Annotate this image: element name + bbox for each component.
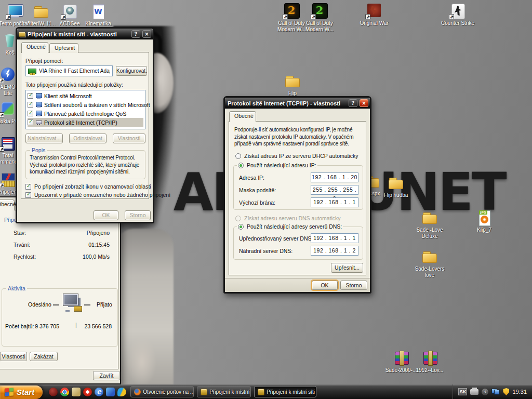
status-value: Připojeno <box>87 230 110 236</box>
titlebar[interactable]: Připojení k místní síti - vlastnosti ? × <box>17 29 153 39</box>
checkbox-checked[interactable] <box>28 119 33 125</box>
status-tab-page: Připojení Stav: Připojeno Trvání: 01:15:… <box>0 210 118 369</box>
status-disable-button[interactable]: Zakázat <box>30 352 58 361</box>
desktop-icon-original-war[interactable]: ↗ Original War <box>358 3 390 26</box>
tab-obecne[interactable]: Obecné <box>21 42 48 53</box>
checkbox-checked[interactable] <box>28 111 33 116</box>
system-tray: SK ‹ 19:31 <box>453 384 532 399</box>
static-ip-radio-row[interactable]: Použít následující adresu IP: <box>237 162 317 168</box>
icon-label: Call of Duty Modern W... <box>277 20 305 32</box>
list-item[interactable]: Klient sítě Microsoft <box>28 91 143 100</box>
desktop-icon-sade-lovers-love[interactable]: Sade-Lovers love <box>414 248 446 278</box>
utorrent-icon[interactable] <box>72 388 81 396</box>
task-button-firefox[interactable]: Otvorenie portov na ... <box>130 386 194 397</box>
radio-selected[interactable] <box>238 224 244 230</box>
chrome-icon[interactable] <box>60 388 69 396</box>
titlebar[interactable]: Protokol sítě Internet (TCP/IP) - vlastn… <box>225 98 370 109</box>
cancel-button[interactable]: Storno <box>340 281 367 290</box>
radio-unselected[interactable] <box>235 153 241 159</box>
tab-upresnit[interactable]: Upřesnit <box>49 43 78 53</box>
help-button[interactable]: ? <box>349 99 357 107</box>
folder-icon <box>421 248 438 265</box>
task-button-lan-2-active[interactable]: Připojení k místní síti -... <box>254 386 316 397</box>
opera-icon[interactable] <box>83 388 92 396</box>
firefox-icon <box>134 389 141 395</box>
speed-label: Rychlost: <box>14 254 36 260</box>
printer-tray-icon[interactable] <box>470 389 478 395</box>
protocol-icon <box>35 119 42 126</box>
advanced-button[interactable]: Upřesnit... <box>331 263 363 273</box>
gateway-field[interactable]: 192 . 168 . 1 . 1 <box>311 197 358 207</box>
messenger-icon[interactable] <box>106 388 115 396</box>
icon-label: Sade -Love Deluxe <box>416 227 443 239</box>
alternate-dns-field[interactable]: 192 . 168 . 1 . 2 <box>311 246 358 256</box>
radio-disabled[interactable] <box>235 216 241 221</box>
desktop-icon-alteriw[interactable]: AlterIW_H... <box>25 3 57 27</box>
desktop-icon-flip-hudba[interactable]: Flip hudba <box>379 175 413 198</box>
shortcut-arrow-icon: ↗ <box>0 147 4 152</box>
internet-explorer-icon[interactable] <box>95 388 103 396</box>
uninstall-button[interactable]: Odinstalovat <box>69 134 107 143</box>
checkbox-checked[interactable] <box>28 102 33 108</box>
network-tray-icon[interactable] <box>491 389 500 395</box>
close-button[interactable]: × <box>360 99 368 107</box>
clock[interactable]: 19:31 <box>512 389 527 395</box>
list-item-selected[interactable]: Protokol sítě Internet (TCP/IP) <box>28 118 143 127</box>
dns-auto-radio-row[interactable]: Získat adresu serveru DNS automaticky <box>235 215 341 221</box>
red-orb-icon[interactable] <box>49 388 58 396</box>
activity-title: Aktivita <box>6 285 27 291</box>
activity-computers-icon <box>60 293 84 314</box>
list-item[interactable]: Plánovač paketů technologie QoS <box>28 109 143 118</box>
close-button[interactable]: × <box>142 30 151 38</box>
list-item[interactable]: Sdílení souborů a tiskáren v sítích Micr… <box>28 100 143 109</box>
configure-button[interactable]: Konfigurovat... <box>116 66 147 76</box>
desktop-icon-sade-love-deluxe[interactable]: Sade -Love Deluxe <box>414 209 446 240</box>
status-close-button[interactable]: Zavřít <box>93 371 120 380</box>
connection-items-list[interactable]: Klient sítě Microsoft Sdílení souborů a … <box>25 90 145 129</box>
activity-group: Aktivita Odesláno Přijato Počet bajtů: 9… <box>2 288 118 347</box>
start-button[interactable]: Start <box>0 385 43 399</box>
mask-label: Maska podsítě: <box>239 187 276 193</box>
parrot-icon[interactable] <box>117 388 126 396</box>
language-indicator[interactable]: SK <box>458 388 467 395</box>
sharing-icon <box>35 102 42 108</box>
qos-icon <box>35 111 42 117</box>
description-title: Popis <box>30 147 47 153</box>
checkbox-checked[interactable] <box>25 192 31 198</box>
notify-checkbox-row[interactable]: Upozornit v případě omezeného nebo žádné… <box>25 192 170 198</box>
preferred-dns-field[interactable]: 192 . 168 . 1 . 1 <box>311 233 358 243</box>
subnet-mask-field[interactable]: 255 . 255 . 255 . 0 <box>311 185 358 195</box>
ip-address-field[interactable]: 192 . 168 . 1 . 20 <box>311 172 358 182</box>
icon-label: Kinematika <box>85 21 111 26</box>
desktop-icon-flip[interactable]: Flip <box>277 73 308 97</box>
jpg-file-icon: JPG <box>475 209 493 226</box>
adapter-field[interactable]: VIA Rhine II Fast Ethernet Adapter <box>25 65 113 76</box>
desktop-icon-klip7[interactable]: JPG Klip_7 <box>469 209 499 233</box>
cancel-button[interactable]: Storno <box>125 210 151 220</box>
status-properties-button[interactable]: Vlastnosti <box>0 352 27 361</box>
security-shield-icon[interactable] <box>503 388 509 395</box>
ok-button[interactable]: OK <box>312 281 338 290</box>
collapse-chevron-icon[interactable]: ‹ <box>482 389 488 395</box>
tab-obecne[interactable]: Obecné <box>229 111 256 122</box>
ok-button[interactable]: OK <box>94 210 118 220</box>
radio-selected[interactable] <box>238 163 244 168</box>
properties-button[interactable]: Vlastnosti <box>113 134 145 143</box>
checkbox-checked[interactable] <box>25 184 31 190</box>
tab-obecne[interactable]: Obecné <box>0 200 15 210</box>
description-text: Transmission Control Protocol/Internet P… <box>30 154 142 177</box>
help-button[interactable]: ? <box>131 30 140 38</box>
task-button-lan-1[interactable]: Připojení k místní síti -... <box>197 386 251 397</box>
static-dns-group: Použít následující adresy serverů DNS: U… <box>233 227 363 260</box>
install-button[interactable]: Nainstalovat... <box>25 134 63 143</box>
static-dns-radio-row[interactable]: Použít následující adresy serverů DNS: <box>237 223 343 230</box>
desktop-icon-kinematika[interactable]: Kinematika <box>83 3 114 27</box>
desktop-icon-cod-2[interactable]: ↗ Call of Duty Modern W... <box>303 3 336 33</box>
desktop-icon-counter-strike[interactable]: ↗ Counter Strike <box>441 3 474 26</box>
checkbox-checked[interactable] <box>28 93 33 99</box>
desktop-icon-1992-lov[interactable]: 1992--Lov... <box>413 350 446 374</box>
description-group: Popis Transmission Control Protocol/Inte… <box>25 150 145 179</box>
call-of-duty-icon: ↗ <box>283 3 300 19</box>
dhcp-radio-row[interactable]: Získat adresu IP ze serveru DHCP automat… <box>235 153 358 159</box>
show-icon-checkbox-row[interactable]: Po připojení zobrazit ikonu v oznamovací… <box>25 183 151 190</box>
